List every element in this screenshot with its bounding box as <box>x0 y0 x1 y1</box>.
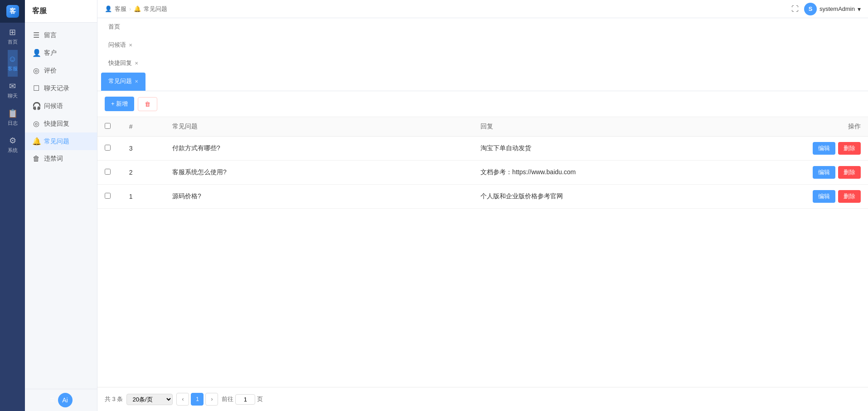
delete-button[interactable]: 🗑 <box>138 97 157 111</box>
sidebar-item-chat-history[interactable]: ☐ 聊天记录 <box>25 79 97 97</box>
page-size-select[interactable]: 10条/页20条/页50条/页100条/页 <box>126 394 173 405</box>
sidebar-label-reviews: 评价 <box>44 67 57 75</box>
tab-bar: 首页问候语✕快捷回复✕常见问题✕ <box>97 18 868 91</box>
nav-item-home[interactable]: ⊞ 首页 <box>8 23 18 50</box>
nav-icon-system: ⚙ <box>9 136 16 146</box>
logo-icon: 客 <box>6 5 19 18</box>
sidebar-item-customers[interactable]: 👤 客户 <box>25 44 97 62</box>
tab-label-home: 首页 <box>108 23 120 31</box>
tab-quick-phrases[interactable]: 问候语✕ <box>101 36 145 54</box>
app-logo: 客 <box>0 0 25 23</box>
tab-home[interactable]: 首页 <box>101 18 145 36</box>
edit-button-3[interactable]: 编辑 <box>813 142 835 155</box>
nav-bar: 客 ⊞ 首页 ☺ 客服 ✉ 聊天 📋 日志 ⚙ 系统 <box>0 0 25 411</box>
row-checkbox-3[interactable] <box>105 145 111 151</box>
nav-icon-log: 📋 <box>8 108 18 118</box>
edit-button-2[interactable]: 编辑 <box>813 166 835 179</box>
prev-page-button[interactable]: ‹ <box>176 393 189 406</box>
tab-close-faq[interactable]: ✕ <box>135 79 138 84</box>
top-right: ⛶ S systemAdmin ▾ <box>791 3 861 15</box>
edit-button-1[interactable]: 编辑 <box>813 190 835 203</box>
nav-icon-home: ⊞ <box>9 27 16 37</box>
breadcrumb-icon-bell: 🔔 <box>134 5 141 12</box>
goto-input[interactable] <box>235 394 255 405</box>
tab-label-quick-phrases: 问候语 <box>108 41 126 49</box>
delete-button-1[interactable]: 删除 <box>838 190 861 203</box>
next-page-button[interactable]: › <box>205 393 218 406</box>
row-reply-2: 文档参考：https://www.baidu.com <box>473 161 781 185</box>
delete-button-2[interactable]: 删除 <box>838 166 861 179</box>
sidebar-icon-reviews: ◎ <box>32 66 40 75</box>
sidebar-item-reviews[interactable]: ◎ 评价 <box>25 62 97 79</box>
tab-close-quick-phrases[interactable]: ✕ <box>129 43 132 48</box>
breadcrumb-root: 客服 <box>115 5 126 13</box>
nav-item-system[interactable]: ⚙ 系统 <box>8 131 18 158</box>
nav-item-chat[interactable]: ✉ 聊天 <box>8 77 18 104</box>
main-content: 👤 客服 › 🔔 常见问题 ⛶ S systemAdmin ▾ 首页问候语✕快捷… <box>97 0 868 411</box>
nav-label-log: 日志 <box>8 120 18 127</box>
sidebar-header: 客服 <box>25 0 97 23</box>
faq-table: # 常见问题 回复 操作 3 付款方式有哪些? 淘宝下单自动发货 编辑 删除 2… <box>97 117 868 209</box>
chevron-down-icon: ▾ <box>858 5 861 13</box>
page-goto: 前往 页 <box>222 394 263 405</box>
tab-close-quick-replies[interactable]: ✕ <box>135 61 138 66</box>
toolbar: + 新增 🗑 <box>97 91 868 117</box>
row-check-3 <box>97 137 122 161</box>
page-unit: 页 <box>257 395 263 403</box>
sidebar-item-forbidden-words[interactable]: 🗑 违禁词 <box>25 150 97 167</box>
sidebar-item-quick-phrases[interactable]: 🎧 问候语 <box>25 97 97 115</box>
nav-icon-chat: ✉ <box>9 81 16 91</box>
tab-quick-replies[interactable]: 快捷回复✕ <box>101 54 145 73</box>
row-checkbox-2[interactable] <box>105 169 111 175</box>
row-question-1: 源码价格? <box>165 185 473 209</box>
ai-button[interactable]: Ai <box>58 393 73 407</box>
user-info: S systemAdmin ▾ <box>804 3 861 15</box>
col-header-question: 常见问题 <box>165 117 473 137</box>
top-bar: 👤 客服 › 🔔 常见问题 ⛶ S systemAdmin ▾ <box>97 0 868 18</box>
sidebar-menu-toggle[interactable]: ☰ <box>50 397 54 403</box>
user-name[interactable]: systemAdmin <box>820 5 855 12</box>
fullscreen-button[interactable]: ⛶ <box>791 5 799 13</box>
table-wrapper: # 常见问题 回复 操作 3 付款方式有哪些? 淘宝下单自动发货 编辑 删除 2… <box>97 117 868 387</box>
sidebar-menu: ☰ 留言 👤 客户 ◎ 评价 ☐ 聊天记录 🎧 问候语 ◎ 快捷回复 🔔 常见问… <box>25 23 97 389</box>
sidebar-item-quick-replies[interactable]: ◎ 快捷回复 <box>25 115 97 132</box>
col-header-action: 操作 <box>781 117 868 137</box>
tab-label-faq: 常见问题 <box>108 77 132 85</box>
nav-item-customer-service[interactable]: ☺ 客服 <box>8 50 18 77</box>
row-action-1: 编辑 删除 <box>781 185 868 209</box>
nav-label-system: 系统 <box>8 147 18 154</box>
tab-label-quick-replies: 快捷回复 <box>108 59 132 67</box>
row-num-2: 2 <box>122 161 165 185</box>
row-question-3: 付款方式有哪些? <box>165 137 473 161</box>
row-action-2: 编辑 删除 <box>781 161 868 185</box>
nav-label-customer-service: 客服 <box>8 65 18 72</box>
delete-button-3[interactable]: 删除 <box>838 142 861 155</box>
total-count: 共 3 条 <box>105 395 123 403</box>
sidebar-label-forbidden-words: 违禁词 <box>44 155 63 163</box>
table-row: 1 源码价格? 个人版和企业版价格参考官网 编辑 删除 <box>97 185 868 209</box>
sidebar-icon-chat-history: ☐ <box>32 84 40 93</box>
sidebar-bottom: ☰ Ai <box>25 389 97 411</box>
sidebar-label-chat-history: 聊天记录 <box>44 84 69 93</box>
col-header-num: # <box>122 117 165 137</box>
row-reply-1: 个人版和企业版价格参考官网 <box>473 185 781 209</box>
row-checkbox-1[interactable] <box>105 193 111 199</box>
sidebar-icon-quick-phrases: 🎧 <box>32 102 40 110</box>
page-1-button[interactable]: 1 <box>191 393 204 406</box>
tab-faq[interactable]: 常见问题✕ <box>101 73 145 91</box>
row-num-3: 3 <box>122 137 165 161</box>
sidebar-label-messages: 留言 <box>44 31 57 39</box>
nav-item-log[interactable]: 📋 日志 <box>8 104 18 131</box>
select-all-checkbox[interactable] <box>105 123 111 129</box>
add-button[interactable]: + 新增 <box>105 97 134 111</box>
row-check-2 <box>97 161 122 185</box>
sidebar-icon-quick-replies: ◎ <box>32 119 40 128</box>
pagination: 共 3 条 10条/页20条/页50条/页100条/页 ‹ 1 › 前往 页 <box>97 387 868 411</box>
row-check-1 <box>97 185 122 209</box>
sidebar-label-customers: 客户 <box>44 49 57 57</box>
sidebar-icon-customers: 👤 <box>32 49 40 57</box>
sidebar-item-faq[interactable]: 🔔 常见问题 <box>25 132 97 150</box>
row-reply-3: 淘宝下单自动发货 <box>473 137 781 161</box>
sidebar-item-messages[interactable]: ☰ 留言 <box>25 26 97 44</box>
sidebar-icon-messages: ☰ <box>32 31 40 39</box>
